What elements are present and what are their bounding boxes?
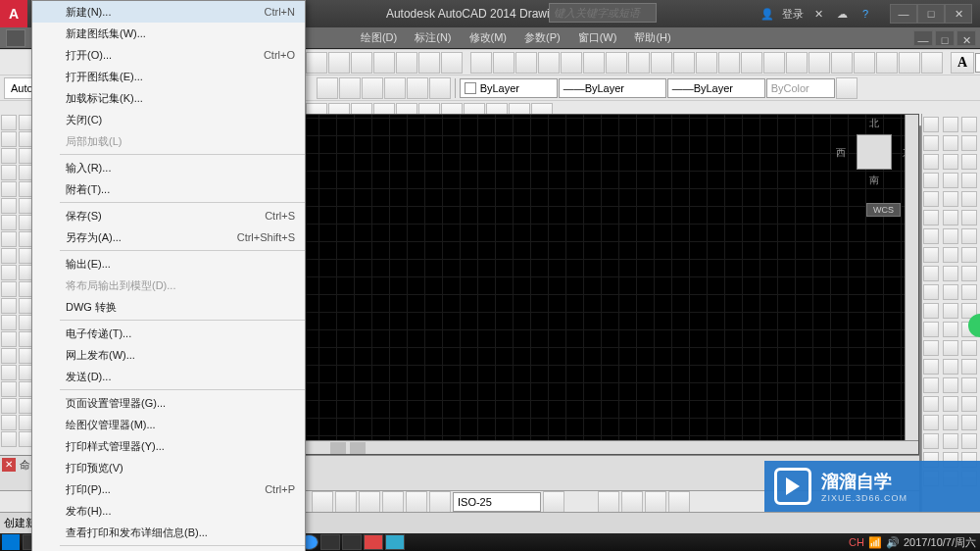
tool-button[interactable] — [961, 173, 977, 188]
tool-button[interactable] — [673, 52, 695, 74]
tool-button[interactable] — [923, 117, 939, 132]
tool-button[interactable] — [961, 340, 977, 356]
tool-button[interactable] — [923, 191, 939, 207]
file-menu-item[interactable]: 新建图纸集(W)... — [32, 23, 305, 44]
file-menu-item[interactable]: 打开(O)...Ctrl+O — [32, 44, 305, 66]
doc-close-button[interactable]: ✕ — [956, 30, 976, 46]
tool-button[interactable] — [921, 52, 943, 74]
tool-button[interactable] — [561, 52, 582, 74]
help-icon[interactable]: ? — [857, 5, 874, 23]
tool-button[interactable] — [1, 315, 17, 330]
vertical-scrollbar[interactable] — [905, 115, 918, 440]
tool-button[interactable] — [382, 491, 404, 513]
tool-button[interactable] — [876, 52, 898, 74]
tool-button[interactable] — [961, 377, 977, 393]
tool-button[interactable] — [943, 396, 958, 412]
tool-button[interactable] — [1, 365, 17, 380]
tool-button[interactable] — [1, 265, 17, 280]
file-menu-item[interactable]: 网上发布(W)... — [32, 344, 305, 366]
doc-minimize-button[interactable]: — — [913, 30, 933, 46]
bycolor-combo[interactable]: ByColor — [766, 78, 835, 98]
tool-button[interactable] — [923, 154, 939, 170]
tool-button[interactable] — [923, 340, 939, 356]
tool-button[interactable] — [317, 77, 338, 99]
tool-button[interactable] — [418, 52, 440, 74]
file-menu-item[interactable]: 打印预览(V) — [32, 457, 305, 478]
view-cube[interactable]: 北 南 东 西 — [840, 125, 908, 203]
tool-button[interactable] — [351, 52, 372, 74]
tool-button[interactable] — [1, 281, 17, 297]
tool-button[interactable] — [470, 52, 492, 74]
tool-button[interactable] — [943, 228, 958, 244]
tool-button[interactable] — [1, 181, 17, 197]
file-menu-item[interactable]: 打印样式管理器(Y)... — [32, 435, 305, 457]
tool-button[interactable] — [1, 431, 17, 447]
clock[interactable]: 2017/10/7/周六 — [904, 535, 976, 550]
tool-button[interactable] — [1, 215, 17, 230]
tool-button[interactable] — [961, 228, 977, 244]
tool-button[interactable] — [373, 52, 395, 74]
task-icon[interactable] — [364, 534, 383, 550]
tool-button[interactable] — [923, 322, 939, 337]
tool-button[interactable] — [943, 135, 958, 151]
tool-button[interactable] — [808, 52, 830, 74]
file-menu-item[interactable]: 查看打印和发布详细信息(B)... — [32, 522, 305, 543]
tool-button[interactable] — [923, 396, 939, 412]
tool-button[interactable] — [961, 247, 977, 263]
file-menu-item[interactable]: DWG 转换 — [32, 296, 305, 318]
file-menu-item[interactable]: 保存(S)Ctrl+S — [32, 205, 305, 226]
start-button[interactable] — [2, 534, 20, 550]
app-logo[interactable]: A — [0, 0, 27, 27]
text-style-combo[interactable]: Standar — [975, 53, 980, 73]
tool-button[interactable] — [339, 77, 361, 99]
doc-restore-button[interactable]: □ — [935, 30, 955, 46]
tool-button[interactable] — [923, 284, 939, 300]
tool-button[interactable] — [1, 198, 17, 214]
tool-button[interactable] — [943, 210, 958, 225]
tool-button[interactable] — [1, 348, 17, 364]
tool-button[interactable] — [923, 359, 939, 375]
menu-help[interactable]: 帮助(H) — [626, 28, 678, 47]
close-icon[interactable]: ✕ — [2, 458, 16, 472]
close-button[interactable]: ✕ — [945, 4, 972, 24]
tool-button[interactable] — [961, 284, 977, 300]
tool-button[interactable] — [1, 165, 17, 180]
tool-button[interactable] — [718, 52, 740, 74]
file-menu-item[interactable]: 页面设置管理器(G)... — [32, 392, 305, 414]
tool-button[interactable] — [1, 115, 17, 130]
tool-button[interactable] — [1, 231, 17, 247]
exchange-icon[interactable]: ✕ — [809, 5, 827, 23]
tool-button[interactable] — [961, 396, 977, 412]
tool-button[interactable] — [943, 340, 958, 356]
tool-button[interactable] — [923, 415, 939, 430]
tool-button[interactable] — [899, 52, 920, 74]
tool-button[interactable] — [943, 303, 958, 319]
tool-button[interactable] — [836, 77, 858, 99]
lineweight-combo[interactable]: —— ByLayer — [667, 78, 765, 98]
file-menu-item[interactable]: 将布局输出到模型(D)... — [32, 275, 305, 296]
tool-button[interactable] — [943, 173, 958, 188]
tool-button[interactable] — [1, 248, 17, 264]
user-icon[interactable]: 👤 — [759, 5, 776, 23]
file-menu-item[interactable]: 局部加载(L) — [32, 130, 305, 152]
file-menu-item[interactable]: 加载标记集(K)... — [32, 87, 305, 109]
minimize-button[interactable]: — — [890, 4, 917, 24]
nav-back-button[interactable] — [598, 491, 619, 513]
login-label[interactable]: 登录 — [782, 7, 804, 22]
tool-button[interactable] — [943, 415, 958, 430]
task-icon[interactable] — [385, 534, 405, 550]
tool-button[interactable] — [651, 52, 672, 74]
tool-button[interactable] — [943, 284, 958, 300]
menu-modify[interactable]: 修改(M) — [462, 28, 515, 47]
file-menu-item[interactable]: 关闭(C) — [32, 109, 305, 130]
tool-button[interactable] — [961, 210, 977, 225]
tool-button[interactable] — [606, 52, 627, 74]
wcs-badge[interactable]: WCS — [866, 203, 901, 217]
text-style-button[interactable]: A — [951, 52, 974, 74]
tool-button[interactable] — [396, 52, 417, 74]
file-menu-item[interactable]: 发布(H)... — [32, 500, 305, 522]
tool-button[interactable] — [943, 266, 958, 281]
tool-button[interactable] — [543, 491, 564, 513]
tool-button[interactable] — [429, 77, 451, 99]
tool-button[interactable] — [1, 398, 17, 414]
